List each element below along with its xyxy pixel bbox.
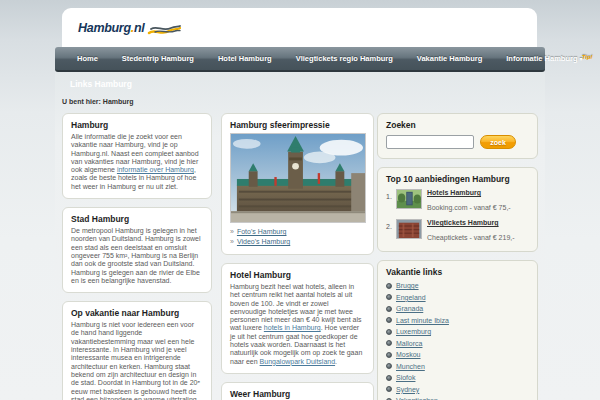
top10-item-hotels: 1. Hotels Hamburg Booking.com - vanaf € … (386, 189, 529, 214)
search-input[interactable] (386, 135, 474, 149)
vakantie-link-granada[interactable]: Granada (396, 305, 423, 312)
globe-bullet-icon (386, 386, 392, 392)
sfeerimpressie-title: Hamburg sfeerimpressie (230, 120, 365, 130)
globe-bullet-icon (386, 283, 392, 289)
nav-item-informatie[interactable]: Informatie Hamburg▾ Tip! (494, 47, 594, 71)
breadcrumb: U bent hier: Hamburg (62, 98, 134, 105)
main-navigation: Home Stedentrip Hamburg Hotel Hamburg Vl… (55, 47, 545, 72)
list-item: Moskou (386, 349, 529, 361)
weer-title: Weer Hamburg (230, 389, 365, 399)
intro-box: Hamburg Alle informatie die je zoekt voo… (62, 113, 212, 199)
list-item: Munchen (386, 361, 529, 373)
vakantie-link-munchen[interactable]: Munchen (396, 363, 425, 370)
header: Hamburg.nl (62, 8, 537, 47)
list-item: Last minute Ibiza (386, 315, 529, 327)
logo-text: Hamburg.nl (78, 21, 144, 35)
list-item: Siofok (386, 372, 529, 384)
zoeken-title: Zoeken (386, 120, 529, 130)
hotel-text: Hamburg bezit heel wat hotels, alleen in… (230, 283, 365, 366)
hamburg-rathaus-photo (230, 133, 366, 223)
fotos-hamburg-link[interactable]: Foto's Hamburg (237, 227, 287, 237)
vakantie-links-box: Vakantie links Brugge Engeland Granada L… (377, 260, 538, 400)
top10-number: 1. (386, 193, 396, 200)
intro-text: Alle informatie die je zoekt voor een va… (71, 133, 203, 191)
list-item: Luxemburg (386, 326, 529, 338)
vakantie-link-brugge[interactable]: Brugge (396, 282, 419, 289)
search-row: zoek (386, 135, 529, 149)
top10-box: Top 10 aanbiedingen Hamburg 1. Hotels Ha… (377, 167, 538, 252)
vakantie-link-siofok[interactable]: Siofok (396, 374, 415, 381)
globe-bullet-icon (386, 306, 392, 312)
informatie-over-hamburg-link[interactable]: informatie over Hamburg (117, 166, 194, 173)
top10-item-vliegtickets: 2. Vliegtickets Hamburg Cheaptickets - v… (386, 219, 529, 244)
globe-bullet-icon (386, 329, 392, 335)
content-columns: Hamburg Alle informatie die je zoekt voo… (62, 113, 540, 400)
globe-bullet-icon (386, 294, 392, 300)
nav-item-vakantie[interactable]: Vakantie Hamburg (405, 47, 494, 70)
vakantie-link-engeland[interactable]: Engeland (396, 294, 426, 301)
hotel-title: Hotel Hamburg (230, 270, 365, 280)
vakantie-link-sydney[interactable]: Sydney (396, 386, 419, 393)
op-vakantie-text: Hamburg is niet voor iedereen een voor d… (71, 321, 203, 400)
hotels-hamburg-link[interactable]: Hotels Hamburg (427, 189, 511, 196)
nav-item-home[interactable]: Home (65, 47, 110, 70)
globe-bullet-icon (386, 352, 392, 358)
list-item: Vakantieshop (386, 395, 529, 400)
hotel-box: Hotel Hamburg Hamburg bezit heel wat hot… (221, 263, 374, 374)
right-column: Zoeken zoek Top 10 aanbiedingen Hamburg … (377, 113, 538, 400)
stad-title: Stad Hamburg (71, 214, 203, 224)
vakantie-link-luxemburg[interactable]: Luxemburg (396, 328, 431, 335)
top10-title: Top 10 aanbiedingen Hamburg (386, 174, 529, 184)
hotels-in-hamburg-link[interactable]: hotels in Hamburg (264, 324, 321, 331)
globe-bullet-icon (386, 340, 392, 346)
tip-badge: Tip! (582, 46, 593, 69)
zoeken-box: Zoeken zoek (377, 113, 538, 159)
page-title: Links Hamburg (70, 79, 132, 89)
nav-item-vliegtickets[interactable]: Vliegtickets regio Hamburg (284, 47, 405, 70)
nav-item-hotel[interactable]: Hotel Hamburg (206, 47, 284, 70)
op-vakantie-title: Op vakantie naar Hamburg (71, 308, 203, 318)
fotos-link-row: » Foto's Hamburg (230, 227, 365, 237)
left-column: Hamburg Alle informatie die je zoekt voo… (62, 113, 212, 400)
vliegtickets-thumbnail (396, 219, 422, 239)
videos-hamburg-link[interactable]: Video's Hamburg (237, 237, 290, 247)
bungalowpark-duitsland-link[interactable]: Bungalowpark Duitsland (260, 358, 336, 365)
vakantie-links-title: Vakantie links (386, 267, 529, 277)
intro-title: Hamburg (71, 120, 203, 130)
list-item: Sydney (386, 384, 529, 396)
globe-bullet-icon (386, 363, 392, 369)
middle-column: Hamburg sfeerimpressie (221, 113, 374, 400)
vakantie-link-last-minute-ibiza[interactable]: Last minute Ibiza (396, 317, 449, 324)
globe-bullet-icon (386, 375, 392, 381)
logo[interactable]: Hamburg.nl (78, 19, 181, 37)
globe-bullet-icon (386, 317, 392, 323)
vliegtickets-hamburg-subtitle: Cheaptickets - vanaf € 219,- (427, 234, 515, 241)
zoek-button[interactable]: zoek (480, 135, 516, 149)
top10-number: 2. (386, 223, 396, 230)
arrow-bullet-icon: » (230, 227, 234, 237)
weer-box: Weer Hamburg Hamburg kent door zijn noor… (221, 382, 374, 400)
arrow-bullet-icon: » (230, 237, 234, 247)
list-item: Engeland (386, 292, 529, 304)
stad-text: De metropool Hamburg is gelegen in het n… (71, 227, 203, 285)
op-vakantie-box: Op vakantie naar Hamburg Hamburg is niet… (62, 301, 212, 400)
list-item: Mallorca (386, 338, 529, 350)
nav-item-stedentrip[interactable]: Stedentrip Hamburg (110, 47, 206, 70)
videos-link-row: » Video's Hamburg (230, 237, 365, 247)
wave-logo-icon (147, 23, 181, 37)
vliegtickets-hamburg-link[interactable]: Vliegtickets Hamburg (427, 219, 515, 226)
hotels-thumbnail (396, 189, 422, 209)
vakantie-links-list: Brugge Engeland Granada Last minute Ibiz… (386, 280, 529, 400)
list-item: Brugge (386, 280, 529, 292)
sfeerimpressie-box: Hamburg sfeerimpressie (221, 113, 374, 255)
vakantie-link-mallorca[interactable]: Mallorca (396, 340, 422, 347)
stad-box: Stad Hamburg De metropool Hamburg is gel… (62, 207, 212, 293)
hotels-hamburg-subtitle: Booking.com - vanaf € 75,- (427, 204, 511, 211)
list-item: Granada (386, 303, 529, 315)
vakantie-link-moskou[interactable]: Moskou (396, 351, 421, 358)
